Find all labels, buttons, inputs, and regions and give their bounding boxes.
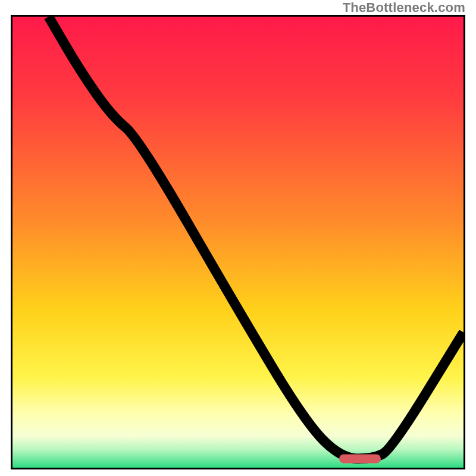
watermark-text: TheBottleneck.com (343, 0, 465, 15)
chart-frame (11, 15, 465, 469)
optimal-marker (339, 454, 381, 463)
bottleneck-curve (12, 17, 464, 468)
